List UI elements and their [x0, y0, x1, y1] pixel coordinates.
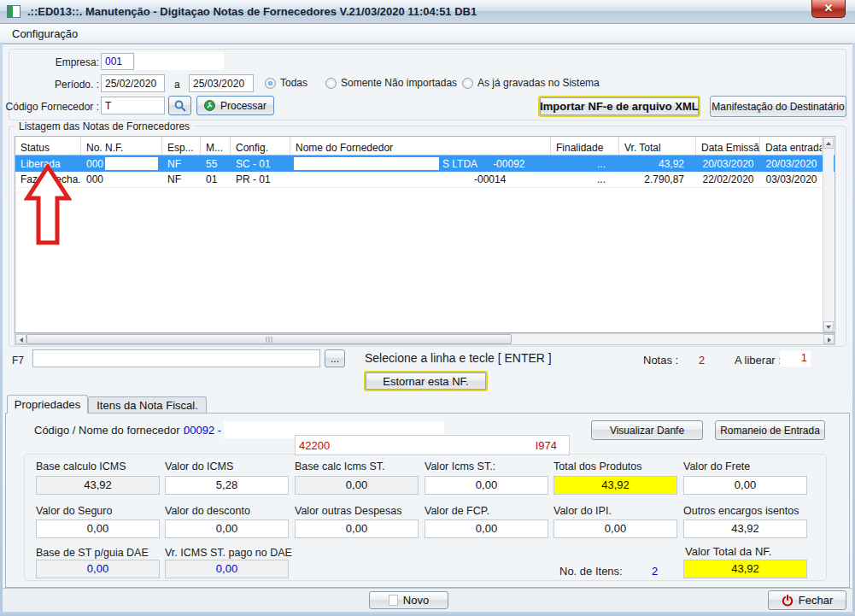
tab-itens-nota-fiscal[interactable]: Itens da Nota Fiscal. [88, 396, 207, 414]
menu-bar: Configuração [0, 24, 855, 44]
cell-nome-value: S LTDA [442, 158, 477, 170]
radio-todas[interactable]: Todas [265, 77, 307, 89]
valor-despesas-field[interactable]: 0,00 [295, 519, 419, 538]
cell-emissao: 20/03/2020 [696, 158, 760, 170]
valor-desconto-field[interactable]: 0,00 [165, 519, 289, 538]
valor-frete-field[interactable]: 0,00 [683, 476, 807, 495]
app-icon [7, 5, 20, 18]
novo-label: Novo [403, 594, 429, 607]
f7-label: F7 [12, 355, 24, 367]
visualizar-danfe-button[interactable]: Visualizar Danfe [591, 420, 703, 440]
radio-ja-gravadas-label: As já gravadas no Sistema [477, 77, 600, 89]
tab-propriedades[interactable]: Propriedades [7, 395, 88, 414]
field-label: Valor do ICMS [165, 461, 233, 472]
chevron-left-icon [20, 337, 23, 343]
chevron-right-icon [828, 337, 831, 343]
scroll-down-button[interactable] [823, 321, 834, 332]
table-row[interactable]: Fazer Fecha... 000 NF 01 PR - 01 -00014 … [15, 172, 835, 188]
processar-label: Processar [220, 100, 266, 112]
horizontal-scrollbar[interactable] [15, 333, 835, 345]
importar-xml-button[interactable]: Importar NF-e de arquivo XML [538, 96, 700, 117]
ellipsis-button[interactable]: ... [325, 349, 345, 367]
table-row-selected[interactable]: Liberada 000 NF 55 SC - 01 S LTDA -00092… [15, 155, 835, 172]
total-nf-field: 43,92 [683, 560, 807, 578]
base-icms-field: 43,92 [36, 476, 160, 495]
itens-count: 2 [652, 565, 658, 578]
col-config[interactable]: Config. [231, 137, 290, 155]
col-emissao[interactable]: Data Emissão [696, 137, 760, 155]
select-row-hint: Selecione a linha e tecle [ ENTER ] [365, 351, 552, 365]
fornecedor-code: 00092 - [184, 424, 221, 437]
chevron-up-icon [826, 142, 831, 145]
notas-label: Notas : [643, 354, 678, 367]
window-edge-bottom [0, 612, 855, 616]
vertical-scrollbar[interactable] [823, 138, 834, 332]
menu-configuracao[interactable]: Configuração [7, 26, 83, 41]
valor-seguro-field[interactable]: 0,00 [36, 519, 160, 538]
cell-config: SC - 01 [231, 158, 290, 170]
empresa-input[interactable] [101, 53, 134, 70]
field-label: Valor do Seguro [36, 505, 112, 517]
romaneio-entrada-button[interactable]: Romaneio de Entrada [715, 420, 825, 440]
outros-encargos-field[interactable]: 43,92 [683, 519, 807, 538]
periodo-to-input[interactable] [189, 74, 254, 92]
codigo-fornecedor-input[interactable] [101, 97, 165, 114]
scroll-left-button[interactable] [15, 334, 26, 344]
col-vrtotal[interactable]: Vr. Total [619, 137, 696, 155]
valor-icms-st-field[interactable]: 0,00 [425, 476, 548, 495]
fechar-button[interactable]: Fechar [768, 590, 846, 610]
processar-button[interactable]: Processar [196, 96, 274, 115]
col-nome[interactable]: Nome do Fornededor [290, 137, 551, 155]
col-entrada[interactable]: Data entrada [760, 137, 823, 155]
cell-nf-value: 000 [86, 158, 103, 170]
f7-input[interactable] [32, 349, 320, 367]
col-esp[interactable]: Esp... [162, 137, 201, 155]
radio-nao-importadas-label: Somente Não importadas [341, 77, 457, 89]
cell-emissao: 22/02/2020 [696, 173, 760, 185]
chevron-down-icon [826, 326, 831, 329]
buscar-fornecedor-button[interactable] [168, 96, 191, 115]
field-label: Valor do Frete [683, 461, 750, 472]
close-button[interactable]: ✕ [811, 0, 846, 18]
scrollbar-grip [266, 337, 272, 343]
col-nf[interactable]: No. N.F. [81, 137, 162, 155]
itens-label: No. de Itens: [559, 565, 623, 578]
cell-nome-code: -00092 [493, 158, 524, 170]
empresa-name-box [135, 52, 224, 70]
radio-todas-label: Todas [280, 77, 307, 89]
valor-ipi-field[interactable]: 0,00 [553, 519, 677, 538]
field-label: Valor do desconto [165, 505, 250, 517]
col-finalidade[interactable]: Finalidade [551, 137, 619, 155]
col-status[interactable]: Status [15, 137, 81, 155]
icms-st-dae-field: 0,00 [165, 560, 289, 578]
chave-acesso-box: 42200 I974 [295, 435, 570, 455]
total-nf-label: Valor Total da NF. [685, 545, 771, 558]
valor-icms-field[interactable]: 5,28 [165, 476, 289, 495]
col-m[interactable]: M... [201, 137, 231, 155]
field-label: Base de ST p/guia DAE [36, 547, 149, 559]
search-icon [174, 100, 186, 112]
cell-total: 2.790,87 [619, 173, 696, 185]
field-label: Total dos Produtos [553, 461, 642, 472]
valor-fcp-field[interactable]: 0,00 [425, 519, 548, 538]
periodo-from-input[interactable] [101, 74, 165, 92]
radio-nao-importadas[interactable]: Somente Não importadas [325, 77, 457, 89]
scroll-right-button[interactable] [823, 334, 835, 344]
cell-entrada: 20/03/2020 [760, 158, 823, 170]
a-liberar-count-box: 1 [780, 351, 811, 367]
scrollbar-thumb[interactable] [26, 334, 512, 344]
radio-ja-gravadas[interactable]: As já gravadas no Sistema [462, 77, 600, 89]
radio-todas-circle [265, 78, 276, 89]
field-label: Outros encargos isentos [683, 505, 799, 517]
title-bar[interactable]: .::ED013::. Manutenção - Digitaçao Notas… [0, 0, 855, 24]
cell-nome: -00014 [290, 173, 551, 185]
cell-nf: 000 [81, 157, 162, 170]
estornar-button[interactable]: Estornar esta NF. [364, 371, 488, 391]
fornecedor-label: Código / Nome do fornecedor : [34, 424, 186, 437]
notas-count: 2 [699, 354, 705, 367]
chave-right: I974 [536, 439, 557, 452]
manifestacao-button[interactable]: Manifestação do Destinatário [710, 96, 846, 117]
scroll-up-button[interactable] [823, 138, 834, 149]
novo-button[interactable]: Novo [369, 591, 448, 609]
cell-nf: 000 [81, 173, 162, 185]
